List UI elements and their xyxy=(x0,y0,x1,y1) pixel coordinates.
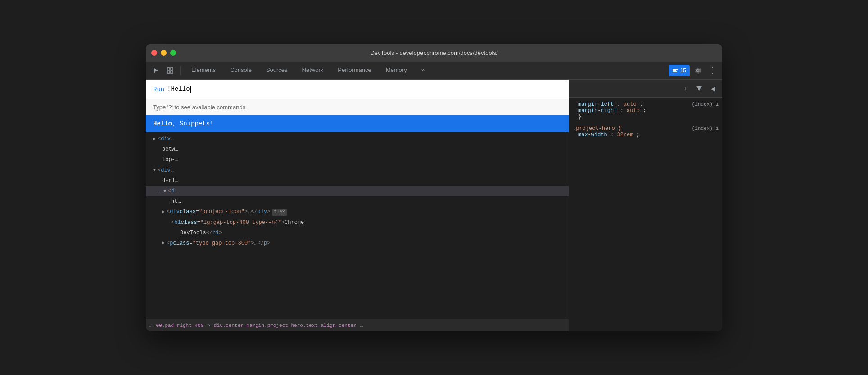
filter-style-button[interactable] xyxy=(693,83,705,94)
left-panel: Run !Hello Type '?' to see available com… xyxy=(146,80,569,331)
add-style-button[interactable]: + xyxy=(680,83,692,94)
badge-count: 15 xyxy=(680,67,686,74)
tab-performance[interactable]: Performance xyxy=(330,62,378,80)
close-button[interactable] xyxy=(151,50,157,56)
breadcrumb-item[interactable]: 00.pad-right-400 xyxy=(156,323,204,328)
autocomplete-item-selected[interactable]: Hello, Snippets! xyxy=(146,115,569,132)
autocomplete-bold: Hello xyxy=(153,120,172,127)
toolbar-divider xyxy=(180,66,181,75)
arrow-icon: ▶ xyxy=(153,136,156,143)
autocomplete-rest: , Snippets! xyxy=(172,120,213,127)
autocomplete-hint: Type '?' to see available commands xyxy=(146,99,569,115)
tab-network[interactable]: Network xyxy=(295,62,331,80)
style-rule-2: .project-hero { (index):1 max-width : 32… xyxy=(573,125,719,138)
tree-line: top-… xyxy=(146,155,569,165)
svg-rect-4 xyxy=(673,69,678,70)
run-input[interactable]: !Hello xyxy=(167,85,190,93)
run-bar: Run !Hello xyxy=(146,80,569,99)
svg-rect-2 xyxy=(167,71,170,73)
style-val: auto xyxy=(627,107,640,114)
tree-line: ▼ <div … xyxy=(146,165,569,176)
tree-line: <h1 class="lg:gap-top-400 type--h4" > Ch… xyxy=(146,218,569,228)
arrow-icon: ▶ xyxy=(162,209,165,216)
svg-rect-0 xyxy=(167,68,170,70)
cursor-icon-btn[interactable] xyxy=(149,64,162,77)
flex-badge: flex xyxy=(272,209,287,216)
right-panel: + ◀ margin-left : xyxy=(569,80,722,331)
bottom-end-dots: … xyxy=(360,323,363,328)
traffic-lights xyxy=(151,50,176,56)
bottom-dots: … xyxy=(149,323,153,328)
tree-line: DevTools </h1> xyxy=(146,228,569,238)
maximize-button[interactable] xyxy=(170,50,176,56)
style-prop: margin-left xyxy=(578,101,614,107)
style-prop: max-width xyxy=(578,132,607,138)
tab-console[interactable]: Console xyxy=(223,62,259,80)
devtools-toolbar: Elements Console Sources Network Perform… xyxy=(146,62,722,80)
style-source-link[interactable]: (index):1 xyxy=(692,102,719,107)
tab-more[interactable]: » xyxy=(414,62,432,80)
tree-line: ▶ <p class="type gap-top-300" > … </p> xyxy=(146,238,569,249)
svg-rect-3 xyxy=(171,71,173,73)
more-options-button[interactable]: ⋮ xyxy=(706,64,719,77)
window-title: DevTools - developer.chrome.com/docs/dev… xyxy=(370,49,497,56)
autocomplete-area: Run !Hello Type '?' to see available com… xyxy=(146,80,569,132)
tree-line: d-ri… xyxy=(146,176,569,186)
main-area: Run !Hello Type '?' to see available com… xyxy=(146,80,722,331)
devtools-window: DevTools - developer.chrome.com/docs/dev… xyxy=(146,44,722,331)
titlebar: DevTools - developer.chrome.com/docs/dev… xyxy=(146,44,722,62)
svg-rect-6 xyxy=(673,71,677,72)
tab-sources[interactable]: Sources xyxy=(259,62,295,80)
styles-content: margin-left : auto ; (index):1 margin-ri… xyxy=(569,98,722,331)
style-val: auto xyxy=(624,101,637,107)
style-selector: .project-hero { xyxy=(573,125,621,132)
right-toolbar: + ◀ xyxy=(569,80,722,98)
elements-tree: ▶ <div … betw… top-… ▼ <div xyxy=(146,132,569,319)
tab-list: Elements Console Sources Network Perform… xyxy=(184,62,667,80)
style-prop: margin-right xyxy=(578,107,617,114)
console-badge-button[interactable]: 15 xyxy=(669,65,690,76)
toggle-panel-button[interactable]: ◀ xyxy=(707,83,719,94)
style-val: 32rem xyxy=(617,132,633,138)
run-label: Run xyxy=(153,86,164,93)
tree-line: nt… xyxy=(146,196,569,207)
svg-rect-5 xyxy=(673,70,676,71)
style-source-link[interactable]: (index):1 xyxy=(692,126,719,131)
tree-line: betw… xyxy=(146,144,569,155)
arrow-icon: ▼ xyxy=(153,167,156,174)
arrow-icon: ▼ xyxy=(163,188,166,195)
cursor xyxy=(190,86,191,93)
settings-button[interactable] xyxy=(692,64,704,77)
arrow-icon: ▶ xyxy=(162,240,165,247)
tree-line: ▶ <div class="project-icon" > … </div> f… xyxy=(146,207,569,217)
tree-line-selected[interactable]: … ▼ <d … xyxy=(146,186,569,196)
tab-elements[interactable]: Elements xyxy=(184,62,223,80)
breadcrumb-item[interactable]: div.center-margin.project-hero.text-alig… xyxy=(214,323,357,328)
tree-line: ▶ <div … xyxy=(146,134,569,144)
svg-rect-1 xyxy=(171,68,173,70)
minimize-button[interactable] xyxy=(161,50,167,56)
ellipsis-icon: … xyxy=(157,187,160,196)
inspect-icon-btn[interactable] xyxy=(164,64,176,77)
toolbar-right: 15 ⋮ xyxy=(669,64,719,77)
bottom-bar: … 00.pad-right-400 > div.center-margin.p… xyxy=(146,319,569,331)
tab-memory[interactable]: Memory xyxy=(379,62,414,80)
style-rule-1: margin-left : auto ; (index):1 margin-ri… xyxy=(573,101,719,120)
